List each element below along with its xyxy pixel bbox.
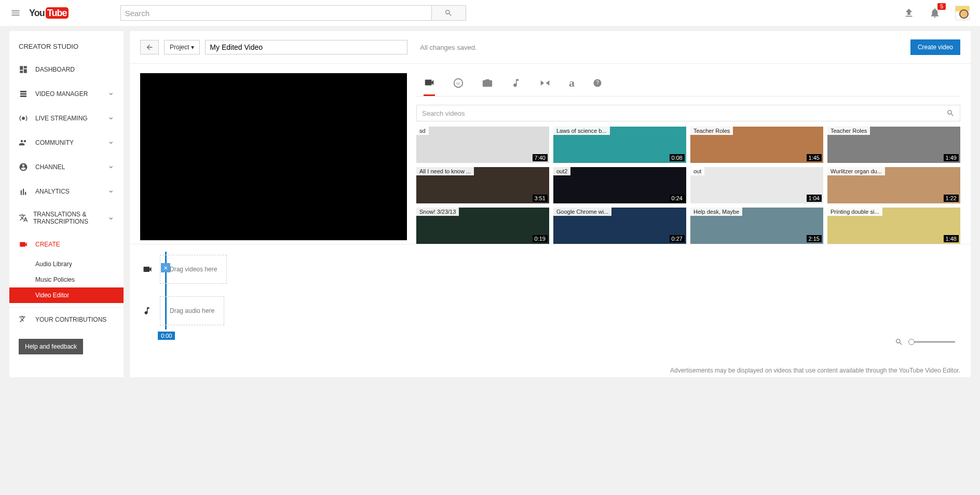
sidebar-item-translations[interactable]: TRANSLATIONS & TRANSCRIPTIONS: [9, 203, 124, 232]
video-track: Drag videos here: [142, 255, 958, 284]
music-icon: [511, 78, 521, 88]
search-icon: [444, 9, 453, 17]
video-thumb[interactable]: sd7:40: [416, 127, 549, 163]
text-icon: a: [569, 76, 575, 90]
back-icon: [145, 43, 154, 51]
audio-track: Drag audio here: [142, 296, 958, 325]
video-thumb[interactable]: Help desk, Maybe2:15: [690, 208, 823, 244]
sub-music-policies[interactable]: Music Policies: [9, 272, 124, 287]
tab-photos[interactable]: [482, 77, 493, 95]
zoom-slider[interactable]: [908, 341, 955, 342]
avatar[interactable]: [955, 6, 970, 20]
thumb-title: Teacher Roles: [827, 127, 870, 135]
zoom-icon[interactable]: [895, 338, 903, 346]
thumb-duration: 1:48: [944, 235, 959, 242]
dashboard-icon: [19, 65, 30, 74]
thumb-duration: 1:49: [944, 154, 959, 161]
sidebar-item-video-manager[interactable]: VIDEO MANAGER: [9, 81, 124, 106]
back-button[interactable]: [140, 40, 159, 54]
library-search-button[interactable]: [941, 105, 960, 121]
tab-cc[interactable]: cc: [453, 77, 464, 95]
video-thumb[interactable]: Teacher Roles1:49: [827, 127, 960, 163]
notifications-icon[interactable]: 5: [929, 7, 941, 19]
search-button[interactable]: [432, 5, 466, 21]
video-thumb[interactable]: All I need to know ...3:51: [416, 167, 549, 203]
thumb-title: Teacher Roles: [690, 127, 733, 135]
thumb-title: out2: [553, 167, 570, 175]
library-search: [416, 105, 960, 121]
thumb-duration: 0:19: [533, 235, 548, 242]
thumb-title: out: [690, 167, 704, 175]
tab-videos[interactable]: [424, 77, 435, 96]
create-video-button[interactable]: Create video: [910, 39, 960, 55]
thumb-title: Printing double si...: [827, 208, 882, 216]
thumb-title: Google Chrome wi...: [553, 208, 611, 216]
library-tabs: cc a ?: [416, 73, 960, 97]
main: Project ▾ All changes saved. Create vide…: [130, 31, 971, 377]
thumb-title: Snow! 3/23/13: [416, 208, 459, 216]
media-library: cc a ? sd7:40Laws of science b...0:08Tea…: [416, 73, 960, 244]
thumb-title: Laws of science b...: [553, 127, 610, 135]
sub-audio-library[interactable]: Audio Library: [9, 256, 124, 272]
music-icon: [142, 306, 153, 315]
thumb-duration: 1:04: [807, 195, 822, 202]
youtube-logo[interactable]: You Tube: [29, 7, 69, 19]
thumb-title: sd: [416, 127, 429, 135]
video-preview[interactable]: [140, 73, 407, 240]
tab-help[interactable]: ?: [592, 78, 603, 94]
logo-text-you: You: [29, 8, 45, 19]
svg-text:?: ?: [596, 80, 599, 86]
create-submenu: Audio Library Music Policies Video Edito…: [9, 256, 124, 303]
thumb-duration: 3:51: [533, 195, 548, 202]
menu-icon[interactable]: [10, 8, 21, 18]
transition-icon: [539, 78, 551, 88]
sub-video-editor[interactable]: Video Editor: [9, 287, 124, 303]
upload-icon[interactable]: [903, 7, 915, 19]
zoom-handle[interactable]: [908, 339, 915, 345]
thumb-duration: 0:27: [670, 235, 685, 242]
thumb-duration: 2:15: [807, 235, 822, 242]
audio-drop-zone[interactable]: Drag audio here: [160, 296, 224, 325]
video-grid: sd7:40Laws of science b...0:08Teacher Ro…: [416, 127, 960, 244]
video-thumb[interactable]: Printing double si...1:48: [827, 208, 960, 244]
channel-icon: [19, 162, 30, 172]
video-thumb[interactable]: out20:24: [553, 167, 686, 203]
tab-text[interactable]: a: [569, 76, 575, 96]
contributions-icon: [19, 315, 30, 324]
camera-icon: [482, 77, 493, 89]
project-dropdown[interactable]: Project ▾: [164, 40, 200, 54]
tab-transitions[interactable]: [539, 78, 551, 94]
sidebar-item-channel[interactable]: CHANNEL: [9, 155, 124, 179]
video-thumb[interactable]: Snow! 3/23/130:19: [416, 208, 549, 244]
library-search-input[interactable]: [417, 105, 941, 121]
video-thumb[interactable]: Wurlitzer organ du...1:22: [827, 167, 960, 203]
sidebar-item-live-streaming[interactable]: LIVE STREAMING: [9, 106, 124, 130]
sidebar-item-create[interactable]: CREATE: [9, 232, 124, 256]
thumb-title: All I need to know ...: [416, 167, 474, 175]
topbar: You Tube 5: [0, 0, 980, 26]
caret-down-icon: ▾: [191, 44, 194, 51]
help-feedback-button[interactable]: Help and feedback: [19, 339, 83, 354]
topbar-right: 5: [903, 6, 970, 20]
search-form: [120, 5, 466, 21]
video-drop-zone[interactable]: Drag videos here: [160, 255, 227, 284]
sidebar-item-community[interactable]: COMMUNITY: [9, 130, 124, 155]
create-icon: [19, 240, 30, 249]
videocam-icon: [424, 77, 435, 88]
sidebar-item-analytics[interactable]: ANALYTICS: [9, 179, 124, 203]
video-thumb[interactable]: Laws of science b...0:08: [553, 127, 686, 163]
thumb-title: Wurlitzer organ du...: [827, 167, 885, 175]
video-title-input[interactable]: [205, 40, 407, 54]
video-thumb[interactable]: out1:04: [690, 167, 823, 203]
videocam-icon: [142, 264, 153, 274]
notification-badge: 5: [937, 3, 946, 10]
save-status: All changes saved.: [420, 44, 477, 51]
translate-icon: [19, 213, 28, 223]
search-input[interactable]: [120, 5, 432, 21]
video-thumb[interactable]: Google Chrome wi...0:27: [553, 208, 686, 244]
video-thumb[interactable]: Teacher Roles1:45: [690, 127, 823, 163]
sidebar-item-dashboard[interactable]: DASHBOARD: [9, 58, 124, 81]
tab-audio[interactable]: [511, 78, 521, 94]
sidebar-item-contributions[interactable]: YOUR CONTRIBUTIONS: [9, 307, 124, 332]
zoom-controls: [142, 338, 958, 346]
